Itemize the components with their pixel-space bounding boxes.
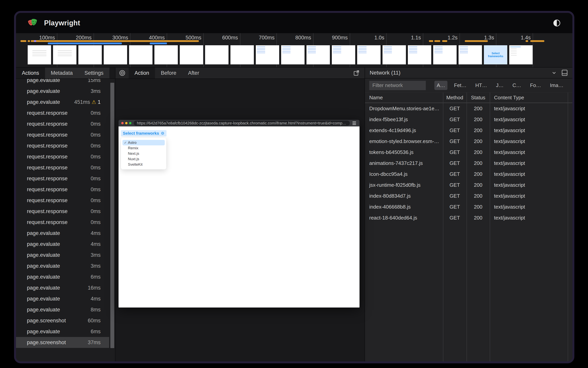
action-list-item[interactable]: page.screenshot37ms xyxy=(16,337,109,348)
network-filter-chip[interactable]: Fo… xyxy=(528,81,543,90)
action-list-item[interactable]: page.evaluate16ms xyxy=(16,282,109,293)
tab-metadata[interactable]: Metadata xyxy=(45,67,79,78)
chevron-down-icon[interactable] xyxy=(551,70,557,75)
filmstrip-thumbnail[interactable] xyxy=(129,45,152,64)
column-header[interactable]: Method xyxy=(443,95,467,101)
action-list-item[interactable]: page.evaluate3ms xyxy=(16,86,109,97)
column-divider[interactable] xyxy=(467,92,467,361)
tab-after[interactable]: After xyxy=(182,67,205,78)
action-list-item[interactable]: page.evaluate15ms xyxy=(16,79,109,86)
dropdown-item-remix[interactable]: Remix xyxy=(122,145,165,151)
network-row[interactable]: index-80d834d7.jsGET200text/javascript xyxy=(365,190,572,201)
filmstrip-thumbnail[interactable] xyxy=(383,45,406,64)
filmstrip-thumbnail[interactable] xyxy=(104,45,127,64)
filmstrip-thumbnail[interactable] xyxy=(306,45,330,64)
column-divider[interactable] xyxy=(443,92,443,361)
column-divider[interactable] xyxy=(568,92,568,361)
tab-before[interactable]: Before xyxy=(155,67,182,78)
network-row[interactable]: index-f5bee13f.jsGET200text/javascript xyxy=(365,114,572,125)
column-header[interactable]: Content Type xyxy=(490,95,568,101)
filmstrip-thumbnail[interactable] xyxy=(180,45,203,64)
request-content-type: text/javascript xyxy=(490,171,568,177)
network-row[interactable]: jsx-runtime-f025d0fb.jsGET200text/javasc… xyxy=(365,180,572,190)
action-list-item[interactable]: page.evaluate6ms xyxy=(16,271,109,282)
request-method: GET xyxy=(443,117,467,122)
filmstrip-thumbnail[interactable] xyxy=(509,45,533,64)
filmstrip-thumbnail[interactable] xyxy=(154,45,178,64)
action-list-item[interactable]: page.evaluate4ms xyxy=(16,293,109,304)
action-list-item[interactable]: request.response0ms xyxy=(16,173,109,184)
action-list-item[interactable]: request.response0ms xyxy=(16,217,109,228)
tab-actions[interactable]: Actions xyxy=(16,67,45,78)
network-row[interactable]: index-406668b8.jsGET200text/javascript xyxy=(365,201,572,212)
select-frameworks-trigger[interactable]: Select frameworks xyxy=(121,130,167,136)
main-area: ActionsMetadataSettings page.evaluate15m… xyxy=(16,67,572,361)
action-list-item[interactable]: request.response0ms xyxy=(16,129,109,140)
column-header[interactable]: Name xyxy=(365,95,443,101)
action-list-item[interactable]: request.response0ms xyxy=(16,119,109,129)
action-list-item[interactable]: request.response0ms xyxy=(16,184,109,195)
column-header[interactable]: Status xyxy=(467,95,490,101)
filmstrip-thumbnail[interactable] xyxy=(256,45,279,64)
action-list-item[interactable]: request.response0ms xyxy=(16,206,109,217)
action-list-item[interactable]: request.response0ms xyxy=(16,108,109,119)
network-filter-chip[interactable]: Fet… xyxy=(452,81,469,90)
column-divider[interactable] xyxy=(490,92,490,361)
filmstrip-thumbnail[interactable] xyxy=(78,45,102,64)
request-status: 200 xyxy=(467,106,490,112)
pick-locator-icon[interactable] xyxy=(116,67,129,78)
action-list-item[interactable]: request.response0ms xyxy=(16,151,109,162)
network-row[interactable]: Icon-dbcc95a4.jsGET200text/javascript xyxy=(365,169,572,180)
hamburger-menu-icon[interactable] xyxy=(353,121,356,125)
request-status: 200 xyxy=(467,138,490,144)
action-list-item[interactable]: page.evaluate6ms xyxy=(16,326,109,337)
network-row[interactable]: animations-7437c217.jsGET200text/javascr… xyxy=(365,158,572,169)
filmstrip-thumbnail[interactable] xyxy=(332,45,355,64)
dropdown-item-next.js[interactable]: Next.js xyxy=(122,151,165,156)
dropdown-item-nuxt.js[interactable]: Nuxt.js xyxy=(122,156,165,162)
action-name: request.response xyxy=(27,208,68,214)
filter-network-input[interactable] xyxy=(369,81,426,90)
action-list-item[interactable]: page.evaluate4ms xyxy=(16,239,109,249)
filmstrip-thumbnail[interactable] xyxy=(281,45,304,64)
action-list-item[interactable]: page.evaluate451ms⚠1 xyxy=(16,97,109,108)
network-row[interactable]: emotion-styled.browser.esm-…GET200text/j… xyxy=(365,136,572,147)
action-name: request.response xyxy=(27,154,68,160)
filmstrip-thumbnail[interactable] xyxy=(53,45,76,64)
action-list-item[interactable]: page.evaluate4ms xyxy=(16,228,109,239)
network-filter-chip[interactable]: HT… xyxy=(473,81,490,90)
network-filter-chip[interactable]: A… xyxy=(434,81,447,90)
gear-icon xyxy=(161,131,165,135)
actions-scrollbar[interactable] xyxy=(110,83,114,348)
filmstrip-thumbnail[interactable] xyxy=(408,45,431,64)
action-list-item[interactable]: request.response0ms xyxy=(16,162,109,173)
filmstrip-thumbnail[interactable] xyxy=(433,45,457,64)
action-list-item[interactable]: request.response0ms xyxy=(16,140,109,151)
theme-toggle-icon[interactable] xyxy=(552,19,561,27)
filmstrip-thumbnail[interactable] xyxy=(205,45,229,64)
dropdown-item-astro[interactable]: ✓Astro xyxy=(122,140,165,145)
timeline[interactable]: 100ms200ms300ms400ms500ms600ms700ms800ms… xyxy=(16,33,572,67)
tab-action[interactable]: Action xyxy=(129,67,155,78)
network-row[interactable]: extends-4c19d496.jsGET200text/javascript xyxy=(365,125,572,136)
action-list-item[interactable]: request.response0ms xyxy=(16,195,109,206)
filmstrip-thumbnail[interactable] xyxy=(28,45,51,64)
filmstrip-thumbnail[interactable] xyxy=(459,45,482,64)
network-row[interactable]: tokens-b6450536.jsGET200text/javascript xyxy=(365,147,572,158)
filmstrip-thumbnail[interactable]: Select frameworks xyxy=(484,45,507,64)
action-list-item[interactable]: page.evaluate8ms xyxy=(16,304,109,315)
filmstrip-thumbnail[interactable] xyxy=(231,45,254,64)
filmstrip-thumbnail[interactable] xyxy=(357,45,381,64)
network-row[interactable]: DropdownMenu.stories-ae1e…GET200text/jav… xyxy=(365,103,572,114)
dropdown-item-sveltekit[interactable]: SvelteKit xyxy=(122,162,165,167)
action-list-item[interactable]: page.evaluate3ms xyxy=(16,249,109,260)
open-external-icon[interactable] xyxy=(353,67,365,78)
network-row[interactable]: react-18-640ded64.jsGET200text/javascrip… xyxy=(365,212,572,223)
network-filter-chip[interactable]: J… xyxy=(494,81,506,90)
split-panel-icon[interactable] xyxy=(561,69,568,76)
action-list-item[interactable]: page.screenshot60ms xyxy=(16,315,109,326)
network-filter-chip[interactable]: C… xyxy=(510,81,524,90)
action-list-item[interactable]: page.evaluate3ms xyxy=(16,260,109,271)
network-filter-chip[interactable]: Ima… xyxy=(548,81,566,90)
tab-settings[interactable]: Settings xyxy=(79,67,109,78)
